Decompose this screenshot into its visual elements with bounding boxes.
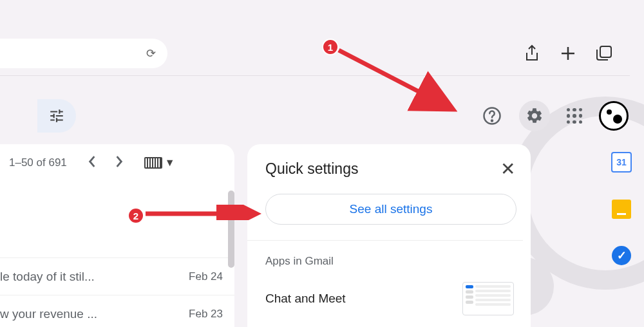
gmail-toolbar	[0, 97, 629, 135]
side-panel: 31 ✓	[599, 144, 644, 327]
annotation-arrow-1	[335, 46, 460, 117]
close-icon[interactable]: ✕	[500, 158, 515, 180]
next-page-button[interactable]	[115, 156, 124, 170]
chat-and-meet-option[interactable]: Chat and Meet	[265, 282, 523, 315]
email-subject: le today of it stil...	[0, 270, 189, 284]
dropdown-caret-icon: ▼	[165, 157, 175, 169]
keep-app-icon[interactable]	[612, 200, 631, 219]
email-subject: w your revenue ...	[0, 307, 189, 321]
google-apps-button[interactable]	[562, 103, 587, 129]
support-button[interactable]	[477, 100, 507, 131]
account-avatar[interactable]	[599, 101, 629, 131]
apps-in-gmail-label: Apps in Gmail	[265, 255, 523, 268]
layout-thumbnail	[462, 282, 514, 315]
calendar-app-icon[interactable]: 31	[611, 152, 632, 173]
input-tools-button[interactable]: ▼	[144, 157, 175, 169]
email-row[interactable]: w your revenue ... Feb 23	[0, 295, 234, 327]
svg-rect-2	[600, 46, 611, 57]
email-date: Feb 24	[189, 270, 223, 283]
prev-page-button[interactable]	[88, 156, 97, 170]
share-icon[interactable]	[523, 44, 541, 62]
pager-range: 1–50 of 691	[9, 156, 67, 169]
search-options-button[interactable]	[37, 99, 76, 133]
url-bar[interactable]: ⟳	[0, 39, 167, 68]
email-date: Feb 23	[189, 308, 223, 321]
annotation-badge-1: 1	[322, 39, 339, 55]
browser-chrome: ⟳	[0, 31, 630, 76]
svg-point-4	[491, 120, 493, 122]
keyboard-icon	[144, 157, 162, 169]
settings-gear-button[interactable]	[519, 100, 550, 131]
new-tab-icon[interactable]	[559, 44, 577, 62]
scrollbar[interactable]	[228, 191, 234, 268]
quick-settings-panel: Quick settings ✕ See all settings Apps i…	[247, 144, 531, 327]
chat-and-meet-label: Chat and Meet	[265, 292, 346, 306]
email-row[interactable]: le today of it stil... Feb 24	[0, 257, 234, 295]
see-all-settings-button[interactable]: See all settings	[265, 194, 516, 225]
tasks-app-icon[interactable]: ✓	[612, 246, 631, 265]
quick-settings-title: Quick settings	[265, 160, 358, 178]
annotation-arrow-2	[143, 205, 262, 220]
refresh-icon[interactable]: ⟳	[146, 46, 156, 61]
inbox-panel: 1–50 of 691 ▼ le today of it stil... Feb…	[0, 144, 234, 327]
svg-line-6	[339, 50, 450, 107]
tabs-overview-icon[interactable]	[595, 44, 613, 62]
annotation-badge-2: 2	[128, 207, 144, 224]
